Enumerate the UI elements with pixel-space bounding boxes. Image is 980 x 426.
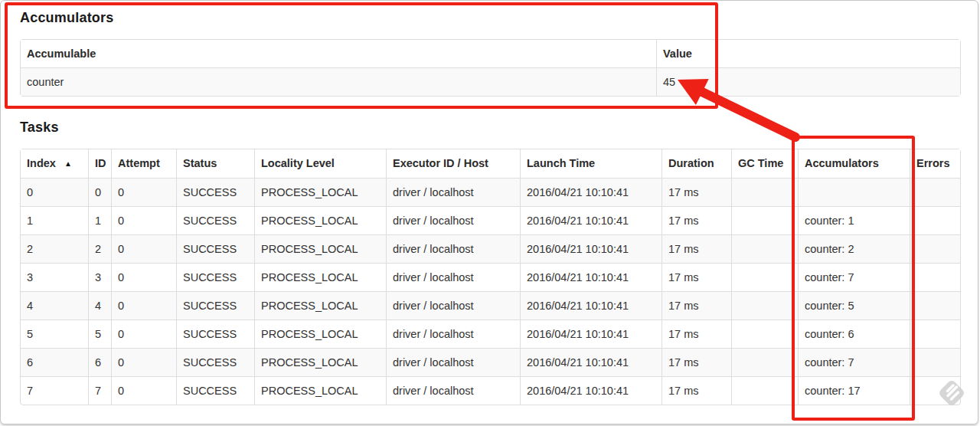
table-row: 220SUCCESSPROCESS_LOCALdriver / localhos… [21, 234, 960, 263]
table-cell: PROCESS_LOCAL [254, 376, 386, 405]
column-header-errors[interactable]: Errors [910, 149, 960, 179]
table-cell: SUCCESS [176, 263, 254, 291]
table-cell [731, 234, 798, 263]
accumulators-table: Accumulable Value counter45 [20, 39, 961, 97]
table-cell: 0 [111, 206, 176, 234]
table-row: 550SUCCESSPROCESS_LOCALdriver / localhos… [21, 320, 960, 348]
table-cell: counter: 7 [798, 263, 910, 291]
table-cell: 2016/04/21 10:10:41 [520, 320, 662, 348]
table-cell [910, 320, 960, 348]
table-cell: 4 [21, 291, 88, 320]
table-row: 330SUCCESSPROCESS_LOCALdriver / localhos… [21, 263, 960, 291]
table-cell: PROCESS_LOCAL [254, 348, 386, 376]
table-cell: SUCCESS [176, 179, 254, 206]
accumulators-section-title: Accumulators [20, 1, 958, 26]
table-cell: 0 [111, 348, 176, 376]
table-cell: PROCESS_LOCAL [254, 320, 386, 348]
column-header-gc-time[interactable]: GC Time [731, 149, 798, 179]
table-cell: 17 ms [662, 263, 731, 291]
column-header-executor-id-host[interactable]: Executor ID / Host [386, 149, 520, 179]
column-header-duration[interactable]: Duration [662, 149, 731, 179]
table-cell: 1 [21, 206, 88, 234]
column-header-index[interactable]: Index▲ [21, 149, 88, 179]
column-header-label: Index [27, 157, 56, 169]
table-row: 770SUCCESSPROCESS_LOCALdriver / localhos… [21, 376, 960, 405]
column-header-label: Attempt [118, 157, 160, 169]
table-cell: 2 [88, 234, 111, 263]
table-cell: 17 ms [662, 348, 731, 376]
table-cell: counter: 2 [798, 234, 910, 263]
column-header-accumulable[interactable]: Accumulable [21, 40, 656, 68]
table-cell: 2016/04/21 10:10:41 [520, 234, 662, 263]
table-cell: 0 [111, 320, 176, 348]
table-cell: PROCESS_LOCAL [254, 179, 386, 206]
column-header-label: ID [95, 157, 106, 169]
accumulators-table-header: Accumulable Value [21, 40, 960, 68]
tasks-section-title: Tasks [20, 120, 958, 136]
table-cell: driver / localhost [386, 348, 520, 376]
table-cell: driver / localhost [386, 376, 520, 405]
table-row: counter45 [21, 68, 960, 96]
table-cell: PROCESS_LOCAL [254, 234, 386, 263]
table-cell: PROCESS_LOCAL [254, 206, 386, 234]
table-cell: 0 [111, 291, 176, 320]
table-cell: 5 [21, 320, 88, 348]
table-cell: 7 [21, 376, 88, 405]
table-cell: 2016/04/21 10:10:41 [520, 179, 662, 206]
table-cell [910, 348, 960, 376]
table-cell: 17 ms [662, 376, 731, 405]
table-cell: 17 ms [662, 206, 731, 234]
table-cell: 2 [21, 234, 88, 263]
column-header-label: GC Time [738, 157, 783, 169]
column-header-label: Executor ID / Host [393, 157, 488, 169]
table-cell: SUCCESS [176, 376, 254, 405]
table-cell [910, 376, 960, 405]
table-cell: SUCCESS [176, 320, 254, 348]
table-cell: 45 [656, 68, 960, 96]
column-header-label: Status [183, 157, 217, 169]
table-cell [731, 179, 798, 206]
table-row: 110SUCCESSPROCESS_LOCALdriver / localhos… [21, 206, 960, 234]
column-header-locality-level[interactable]: Locality Level [254, 149, 386, 179]
table-cell [731, 263, 798, 291]
table-cell: SUCCESS [176, 291, 254, 320]
browser-viewport: Accumulators Accumulable Value counter45 [0, 0, 978, 424]
table-cell: driver / localhost [386, 291, 520, 320]
column-header-label: Launch Time [527, 157, 595, 169]
table-cell: counter: 6 [798, 320, 910, 348]
tasks-table-body: 000SUCCESSPROCESS_LOCALdriver / localhos… [21, 179, 960, 405]
page-content: Accumulators Accumulable Value counter45 [1, 1, 978, 405]
table-cell: 0 [111, 263, 176, 291]
table-cell: 2016/04/21 10:10:41 [520, 376, 662, 405]
sort-ascending-icon: ▲ [64, 156, 72, 172]
column-header-status[interactable]: Status [176, 149, 254, 179]
table-cell: 3 [88, 263, 111, 291]
table-cell: 17 ms [662, 179, 731, 206]
table-cell: 17 ms [662, 320, 731, 348]
table-cell: 4 [88, 291, 111, 320]
table-cell: counter: 17 [798, 376, 910, 405]
table-cell [731, 206, 798, 234]
tasks-table: Index▲ ID Attempt Status Locality Level … [20, 149, 961, 405]
table-row: 000SUCCESSPROCESS_LOCALdriver / localhos… [21, 179, 960, 206]
column-header-id[interactable]: ID [88, 149, 111, 179]
table-cell: 2016/04/21 10:10:41 [520, 263, 662, 291]
table-cell: driver / localhost [386, 263, 520, 291]
table-cell: 3 [21, 263, 88, 291]
table-cell: 2016/04/21 10:10:41 [520, 206, 662, 234]
column-header-accumulators[interactable]: Accumulators [798, 149, 910, 179]
column-header-label: Errors [916, 157, 950, 169]
column-header-attempt[interactable]: Attempt [111, 149, 176, 179]
table-cell: counter: 1 [798, 206, 910, 234]
column-header-label: Accumulable [27, 48, 96, 60]
column-header-launch-time[interactable]: Launch Time [520, 149, 662, 179]
table-cell [910, 179, 960, 206]
table-cell: counter [21, 68, 656, 96]
table-cell: counter: 5 [798, 291, 910, 320]
table-cell [910, 234, 960, 263]
table-cell [910, 291, 960, 320]
table-cell [910, 206, 960, 234]
table-cell: 0 [88, 179, 111, 206]
column-header-value[interactable]: Value [656, 40, 960, 68]
table-cell: 0 [21, 179, 88, 206]
